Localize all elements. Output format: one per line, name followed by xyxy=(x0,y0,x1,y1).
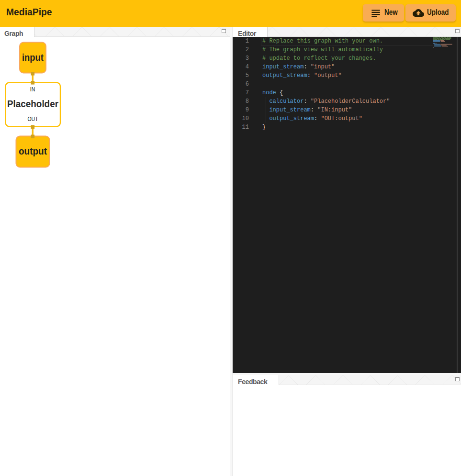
svg-text:IN: IN xyxy=(30,86,35,93)
svg-text:input: input xyxy=(22,52,44,63)
svg-text:OUT: OUT xyxy=(28,115,38,122)
svg-text:Placeholder: Placeholder xyxy=(7,99,58,109)
svg-text:output: output xyxy=(19,146,47,156)
